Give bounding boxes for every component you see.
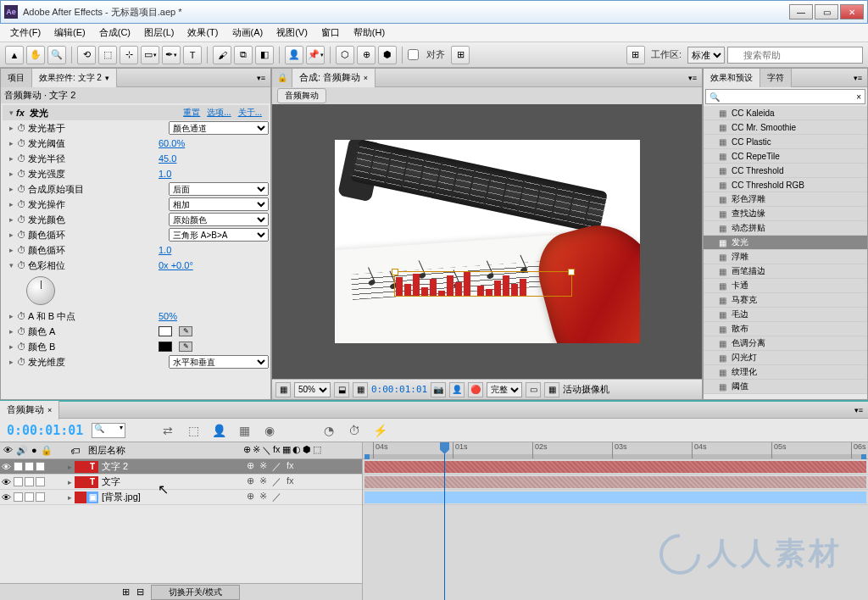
text-layer-bbox[interactable] xyxy=(394,271,572,297)
twirl-icon[interactable]: ▸ xyxy=(64,478,75,486)
twirl-icon[interactable]: ▸ xyxy=(64,493,75,502)
menu-文件(F)[interactable]: 文件(F) xyxy=(3,26,47,39)
effect-preset-item[interactable]: 毛边 xyxy=(704,308,867,322)
effect-preset-item[interactable]: 彩色浮雕 xyxy=(704,192,867,207)
effect-preset-item[interactable]: 散布 xyxy=(704,322,867,336)
stopwatch-icon[interactable]: ⏱ xyxy=(16,245,26,255)
stopwatch-icon[interactable]: ⏱ xyxy=(16,214,26,225)
eyedropper-icon[interactable]: ✎ xyxy=(179,342,192,352)
snap-checkbox[interactable] xyxy=(408,49,419,60)
panel-tab[interactable]: 效果和预设 xyxy=(704,69,760,87)
comp-tab[interactable]: 合成: 音频舞动× xyxy=(292,69,376,87)
twirl-icon[interactable]: ▸ xyxy=(6,246,16,254)
composition-viewport[interactable] xyxy=(272,104,702,379)
param-value[interactable]: 60.0% xyxy=(159,138,269,148)
param-select[interactable]: 水平和垂直 xyxy=(169,355,269,369)
options-link[interactable]: 选项... xyxy=(207,107,231,119)
toggle-switches-button[interactable]: 切换开关/模式 xyxy=(151,585,240,600)
panel-tab[interactable]: 项目 xyxy=(1,69,32,87)
hand-tool[interactable]: ✋ xyxy=(26,46,45,64)
effect-preset-item[interactable]: 色调分离 xyxy=(704,336,867,351)
panel-tab[interactable]: 字符 xyxy=(760,69,792,87)
stopwatch-icon[interactable]: ⏱ xyxy=(16,169,26,179)
frame-blend-icon[interactable]: ▦ xyxy=(236,422,253,439)
panel-menu-icon[interactable]: ▾≡ xyxy=(683,74,702,82)
param-select[interactable]: 相加 xyxy=(169,197,269,211)
view-axis[interactable]: ⬢ xyxy=(378,46,397,64)
twirl-icon[interactable]: ▸ xyxy=(64,463,75,471)
stopwatch-icon[interactable]: ⏱ xyxy=(16,123,26,133)
stopwatch-icon[interactable]: ⏱ xyxy=(16,342,26,352)
layer-bar[interactable] xyxy=(364,461,866,473)
clear-search-icon[interactable]: × xyxy=(856,92,861,102)
brainstorm-icon[interactable]: ⏱ xyxy=(346,422,363,439)
brush-tool[interactable]: 🖌 xyxy=(213,46,231,64)
param-value[interactable]: 0x +0.0° xyxy=(159,260,269,270)
maximize-button[interactable]: ▭ xyxy=(815,4,838,19)
snap-options[interactable]: ⊞ xyxy=(451,46,470,64)
twirl-icon[interactable]: ▾ xyxy=(6,108,16,117)
roi-icon[interactable]: ▭ xyxy=(526,382,541,397)
twirl-icon[interactable]: ▸ xyxy=(6,358,16,366)
snapshot-icon[interactable]: 📷 xyxy=(431,382,446,397)
stopwatch-icon[interactable]: ⏱ xyxy=(16,311,26,321)
color-swatch[interactable] xyxy=(159,342,172,352)
preview-timecode[interactable]: 0:00:01:01 xyxy=(371,384,427,395)
effect-preset-item[interactable]: 卡通 xyxy=(704,279,867,293)
stopwatch-icon[interactable]: ⏱ xyxy=(16,357,26,367)
twirl-icon[interactable]: ▸ xyxy=(6,139,16,147)
rotate-tool[interactable]: ⟲ xyxy=(77,46,96,64)
layer-name-header[interactable]: 图层名称 xyxy=(85,444,243,457)
effect-preset-item[interactable]: 马赛克 xyxy=(704,293,867,308)
world-axis[interactable]: ⊕ xyxy=(357,46,376,64)
panel-menu-icon[interactable]: ▾≡ xyxy=(849,74,867,82)
panel-tab[interactable]: 效果控件: 文字 2▾ xyxy=(32,69,117,87)
effects-search[interactable]: × xyxy=(705,89,865,104)
help-search[interactable] xyxy=(727,47,863,64)
menu-效果(T)[interactable]: 效果(T) xyxy=(181,26,225,39)
twirl-icon[interactable]: ▸ xyxy=(6,342,16,351)
motion-blur-icon[interactable]: ◉ xyxy=(261,422,278,439)
visibility-icon[interactable]: 👁 xyxy=(2,492,12,503)
timeline-search[interactable] xyxy=(92,423,125,438)
camera-label[interactable]: 活动摄像机 xyxy=(563,383,609,396)
stopwatch-icon[interactable]: ⏱ xyxy=(16,138,26,148)
effect-preset-item[interactable]: 发光 xyxy=(704,236,867,250)
effect-preset-item[interactable]: CC Threshold xyxy=(704,164,867,178)
type-tool[interactable]: T xyxy=(183,46,202,64)
workspace-icon[interactable]: ⊞ xyxy=(626,46,645,64)
param-select[interactable]: 原始颜色 xyxy=(169,213,269,226)
twirl-icon[interactable]: ▾ xyxy=(6,261,16,269)
grid-icon[interactable]: ▦ xyxy=(275,382,291,397)
clone-tool[interactable]: ⧉ xyxy=(234,46,253,64)
show-snapshot-icon[interactable]: 👤 xyxy=(449,382,465,397)
effect-preset-item[interactable]: 闪光灯 xyxy=(704,351,867,365)
comp-mini-flowchart-icon[interactable]: ⇄ xyxy=(159,422,176,439)
effect-preset-item[interactable]: CC Threshold RGB xyxy=(704,178,867,192)
selection-tool[interactable]: ▲ xyxy=(5,46,24,64)
layer-bar[interactable] xyxy=(364,492,866,503)
twirl-icon[interactable]: ▸ xyxy=(6,154,16,163)
effect-preset-item[interactable]: 动态拼贴 xyxy=(704,221,867,236)
comp-lock-icon[interactable]: 🔒 xyxy=(272,69,292,87)
toggle-switches-icon[interactable]: ⊞ xyxy=(122,586,130,597)
effect-preset-item[interactable]: CC Kaleida xyxy=(704,106,867,120)
local-axis[interactable]: ⬡ xyxy=(336,46,354,64)
visibility-icon[interactable]: 👁 xyxy=(2,462,12,472)
menu-窗口[interactable]: 窗口 xyxy=(314,26,347,39)
twirl-icon[interactable]: ▸ xyxy=(6,124,16,132)
label-color[interactable] xyxy=(75,492,86,503)
timeline-layer[interactable]: 👁▸▣[背景.jpg]⊕※／ xyxy=(0,490,362,505)
puppet-tool[interactable]: 📌 xyxy=(306,46,325,64)
resolution-select[interactable]: 完整 xyxy=(487,382,522,397)
param-value[interactable]: 45.0 xyxy=(159,153,269,164)
param-value[interactable]: 50% xyxy=(159,311,269,321)
menu-动画(A)[interactable]: 动画(A) xyxy=(225,26,270,39)
stopwatch-icon[interactable]: ⏱ xyxy=(16,199,26,209)
color-swatch[interactable] xyxy=(159,326,172,336)
shape-tool[interactable]: ▭ xyxy=(141,46,159,64)
menu-帮助(H)[interactable]: 帮助(H) xyxy=(347,26,392,39)
effect-preset-item[interactable]: 阈值 xyxy=(704,380,867,394)
effect-preset-item[interactable]: 查找边缘 xyxy=(704,207,867,221)
layer-name[interactable]: 文字 2 xyxy=(98,460,243,473)
